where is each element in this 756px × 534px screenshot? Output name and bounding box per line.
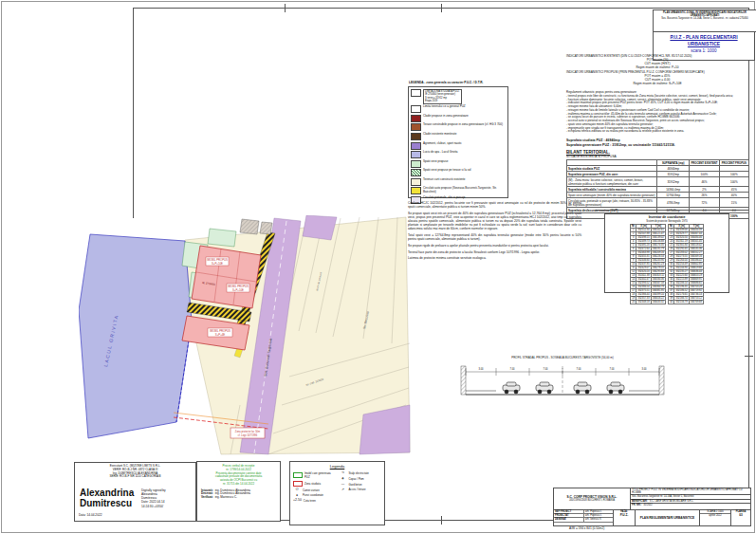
- symbol-glyph: [293, 481, 303, 487]
- sheet-scale: scara 1: 1000: [655, 48, 753, 54]
- signer-name-line2: Dumitrescu: [80, 499, 137, 509]
- cartouche-date: aprilie 2022: [700, 514, 730, 517]
- cartouche: S.C. CORP PROIECT VISION S.R.L. J40/1599…: [553, 488, 751, 526]
- symbol-item: ↗ Acces / Intrare: [340, 488, 382, 491]
- protection-chip: Zona protectie lac 50m cf. Legii 107/199…: [230, 428, 265, 438]
- svg-text:7.00: 7.00: [509, 367, 515, 371]
- legend-caption: LEGENDA - zona generala cu caracter P.U.…: [409, 81, 513, 84]
- building-chip: IMOBIL PROPUS S+P+10E: [227, 284, 249, 292]
- chip1-line2: S+P+10E: [212, 262, 223, 266]
- coords-row: 20332348.18584433.32: [631, 300, 666, 304]
- legend-item-label: Spatii verzi propuse pe terase si la sol: [423, 169, 471, 173]
- symbol-label: Camin vizitare: [303, 488, 320, 492]
- indicator-line: Regim maxim de inaltime: S+P+10E: [566, 82, 748, 85]
- notes-block: Conform HCJC 102/2012, pentru locuinte v…: [408, 201, 581, 263]
- symbol-label: Copac / Pom: [349, 477, 364, 481]
- legend-box: LIMITA ZONA STUDIATA P.U.Z.IE 270460 (te…: [408, 86, 508, 198]
- symbol-glyph: +2.50: [293, 499, 302, 503]
- coords-row: 40332156.79584769.68: [669, 300, 704, 304]
- svg-text:7.00: 7.00: [543, 367, 548, 371]
- indicators-block: INDICATORI URBANISTICI EXISTENTI (DIN C.…: [566, 54, 748, 85]
- legend-item-label: Terase construibile propuse in zona gene…: [423, 123, 503, 127]
- legend-header-textbox: LIMITA ZONA STUDIATA P.U.Z.IE 270460 (te…: [423, 89, 462, 104]
- symbols-right-column: ⍉ Stalp electricitate ♣ Copac / Pom — Ga…: [340, 470, 382, 505]
- cartouche-sheet-title: PLAN REGLEMENTARI URBANISTICE: [640, 516, 695, 520]
- existing-building: [240, 219, 259, 234]
- symbols-legend-box: Legenda Imobil care genereaza PUZ Zona s…: [289, 461, 385, 525]
- stamp-line: nr. 31715 din 14.04.2022: [197, 483, 280, 487]
- suprafata-studiata: Suprafata studiata PUZ : 46940mp: [566, 138, 748, 143]
- legend-item: Terase construibile propuse in zona gene…: [411, 123, 506, 131]
- legend-item: Agrement, cluburi, sport nautic: [411, 142, 506, 150]
- svg-text:7.00: 7.00: [609, 367, 615, 371]
- building-chip: IMOBIL PROPUS S+P+4E: [208, 328, 232, 337]
- bilant-table: SUPRAFATA (mp) PROCENT EXISTENT PROCENT …: [566, 159, 749, 219]
- separator-line: [596, 210, 748, 211]
- staff-role: PROIECTAT: [554, 514, 584, 517]
- profile-wall-left: [461, 366, 466, 395]
- plan-sheet: PLAN URBANISTIC ZONAL IN VEDEREA MODIFIC…: [0, 0, 756, 534]
- symbol-glyph: O: [293, 488, 301, 492]
- legend-items: Limita terenului ce a generat PUZ Cladir…: [409, 105, 507, 204]
- note-paragraph: Se propun rigole de preluare a apelor pl…: [408, 244, 581, 248]
- legend-header-swatch: [411, 89, 421, 97]
- staff-row: DESENAT arh. Ionescu V.: [554, 518, 613, 522]
- legend-swatch: [411, 151, 421, 158]
- legend-swatch: [411, 160, 421, 168]
- note-paragraph: Total spatii verzi = 12764.8mp reprezent…: [408, 233, 581, 241]
- legend-item-label: Circulatii pietonale, alei si parcaje: [423, 196, 466, 200]
- road-band-top: [303, 215, 337, 240]
- profile-wall-right: [659, 366, 664, 395]
- regulament-line: - echiparea tehnico-edilitara se va real…: [566, 130, 748, 134]
- staff-name: arh. Ionescu V.: [584, 518, 613, 521]
- project-header-line2: Sos. Bucuresti-Targoviste nr. 14-16A, Se…: [655, 17, 754, 20]
- legend-swatch: [411, 187, 421, 194]
- prnr-value: 41/2022: [643, 504, 652, 506]
- legend-item-label: Spatii verzi propuse: [423, 160, 448, 164]
- chip3-line2: S+P+4E: [215, 333, 226, 337]
- legend-item: Terenuri curti constructii existente: [411, 178, 506, 186]
- note-paragraph: Se propun spatii verzi intr-un procent d…: [408, 212, 581, 231]
- profile-title: PROFIL STRADAL PROPUS - SOSEAUA BUCUREST…: [511, 356, 614, 359]
- frame-left: [133, 8, 134, 218]
- svg-text:3.00: 3.00: [478, 367, 484, 371]
- legend-item: Cladiri propuse in zona generatoare: [411, 115, 506, 122]
- beneficiar-value: S.C. LAKE GRIVITA IMOBILIARE S.R.L.: [650, 500, 694, 503]
- fold-tick: [285, 4, 286, 12]
- credential-line: SERIE: RO-B-F NR 1110 CATEGORIA B: [75, 475, 195, 479]
- surveyor-signature-box: Executant S.C. (M)ZONE LIMITS S.R.L.VERI…: [74, 462, 196, 522]
- fold-tick: [441, 4, 442, 12]
- legend-item-label: Cladiri existente mentinute: [423, 133, 456, 137]
- legend-item-label: Terenuri curti constructii existente: [423, 178, 466, 182]
- bilant-cell-label: (M) - Zona mixta: locuinte colective, se…: [567, 177, 657, 187]
- legend-item-label: Agrement, cluburi, sport nautic: [423, 142, 462, 146]
- green-area-c: [208, 229, 236, 247]
- symbol-glyph: —: [340, 483, 347, 487]
- note-paragraph: Terenul face parte din zona de protectie…: [408, 250, 581, 254]
- protection-chip-line1: Zona protectie lac 50m: [235, 430, 260, 433]
- legend-item: Spatii verzi propuse pe terase si la sol: [411, 169, 506, 176]
- symbol-glyph: ●: [293, 494, 301, 498]
- bilant-row: (M) - Zona mixta: locuinte colective, se…: [567, 177, 749, 187]
- existing-building: [260, 222, 272, 234]
- legend-item-label: Luciu de apa - Lacul Grivita: [423, 151, 458, 155]
- bilant-subtitle: SITUATIE EXISTENTA SI PROPUSA: [566, 155, 617, 158]
- symbols-legend-title: Legenda: [293, 464, 381, 469]
- staff-role: SEF PROIECT: [554, 510, 584, 513]
- legend-swatch: [411, 142, 421, 150]
- coords-table-2: Nr. X [m] Y [m] 21332339.00584450.39 223…: [668, 224, 704, 304]
- bilant-cell-existent: 46%: [690, 177, 719, 187]
- staff-role: DESENAT: [554, 518, 584, 521]
- building-chip: IMOBIL PROPUS S+P+10E: [206, 257, 229, 266]
- project-header-box: PLAN URBANISTIC ZONAL IN VEDEREA MODIFIC…: [653, 9, 756, 32]
- note-paragraph: Latimea de protectie minima constituie s…: [408, 256, 581, 260]
- symbol-label: Gard beton: [349, 483, 362, 487]
- stamp-credit-row: Verificat: ing. Marinescu C.: [201, 496, 276, 500]
- symbol-label: Stalp electricitate: [349, 471, 369, 475]
- staff-name: arh. Popescu I.: [584, 510, 613, 513]
- symbol-label: Punct coordonate: [303, 493, 323, 497]
- symbol-item: ● Punct coordonate: [293, 493, 336, 497]
- legend-swatch: [411, 123, 421, 131]
- bilant-cell-suprafata: 31912mp: [656, 177, 689, 187]
- symbol-label: Acces / Intrare: [349, 488, 366, 491]
